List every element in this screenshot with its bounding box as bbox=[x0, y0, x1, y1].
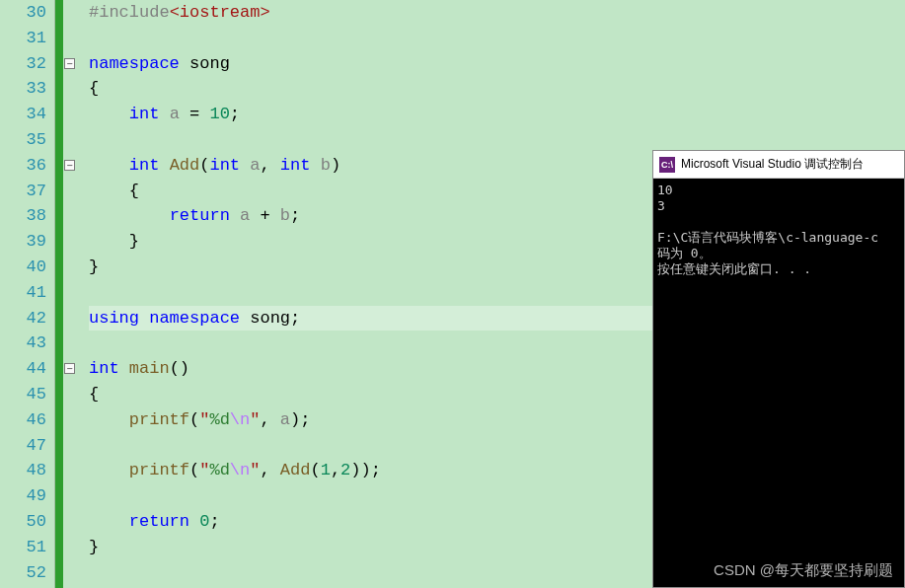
console-output[interactable]: 10 3 F:\C语言代码块博客\c-language-c 码为 0。 按任意键… bbox=[653, 179, 904, 587]
line-number-gutter: 3031323334353637383940414243444546474849… bbox=[0, 0, 55, 588]
code-line-30[interactable]: #include<iostream> bbox=[89, 0, 905, 26]
line-number: 32 bbox=[0, 51, 46, 77]
change-margin bbox=[55, 0, 63, 588]
line-number: 51 bbox=[0, 535, 46, 560]
line-number: 39 bbox=[0, 229, 46, 255]
line-number: 30 bbox=[0, 0, 46, 26]
line-number: 40 bbox=[0, 255, 46, 280]
fold-toggle-icon[interactable] bbox=[64, 58, 75, 69]
watermark: CSDN @每天都要坚持刷题 bbox=[714, 561, 893, 580]
code-line-35[interactable] bbox=[89, 127, 905, 153]
line-number: 44 bbox=[0, 356, 46, 382]
console-title-text: Microsoft Visual Studio 调试控制台 bbox=[681, 156, 864, 173]
line-number: 35 bbox=[0, 127, 46, 153]
debug-console-window[interactable]: C:\ Microsoft Visual Studio 调试控制台 10 3 F… bbox=[652, 150, 905, 588]
line-number: 49 bbox=[0, 483, 46, 509]
fold-toggle-icon[interactable] bbox=[64, 363, 75, 374]
line-number: 42 bbox=[0, 306, 46, 331]
line-number: 37 bbox=[0, 179, 46, 204]
line-number: 31 bbox=[0, 26, 46, 51]
fold-column bbox=[63, 0, 77, 588]
line-number: 38 bbox=[0, 203, 46, 229]
line-number: 43 bbox=[0, 331, 46, 356]
code-line-33[interactable]: { bbox=[89, 76, 905, 102]
line-number: 45 bbox=[0, 382, 46, 407]
line-number: 48 bbox=[0, 458, 46, 483]
visual-studio-icon: C:\ bbox=[659, 157, 675, 173]
line-number: 41 bbox=[0, 280, 46, 306]
line-number: 34 bbox=[0, 102, 46, 127]
line-number: 36 bbox=[0, 153, 46, 179]
code-line-31[interactable] bbox=[89, 26, 905, 51]
console-titlebar[interactable]: C:\ Microsoft Visual Studio 调试控制台 bbox=[653, 151, 904, 179]
line-number: 47 bbox=[0, 433, 46, 459]
fold-toggle-icon[interactable] bbox=[64, 160, 75, 171]
line-number: 46 bbox=[0, 407, 46, 433]
code-line-34[interactable]: int a = 10; bbox=[89, 102, 905, 127]
line-number: 52 bbox=[0, 560, 46, 586]
line-number: 33 bbox=[0, 76, 46, 102]
code-line-32[interactable]: namespace song bbox=[89, 51, 905, 77]
line-number: 50 bbox=[0, 509, 46, 535]
